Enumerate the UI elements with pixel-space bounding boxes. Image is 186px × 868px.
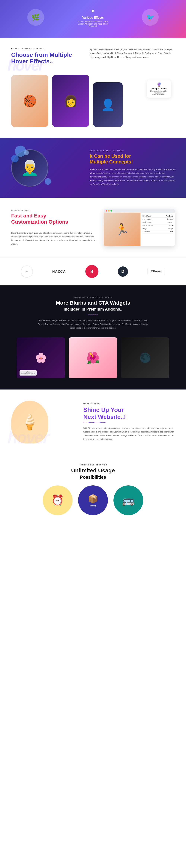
custom-description: Hover Elementor widget gives you allot o… [11,231,96,246]
hero-center-content: ✦ Various Effects A lot of Interactive E… [76,7,110,27]
multiple-effects-badge: 🔮 Multiple Effects Elementor Hover widge… [147,81,171,98]
customization-section: Make it a live.. Fast and Easy Customiza… [0,198,186,257]
icon-circle-alarm: ⏰ [43,486,73,515]
logo-double-arrow: « [21,266,33,278]
hero-subtitle: A lot of Interactive Effects to Grab Vis… [76,21,110,27]
hero-title: Various Effects [76,16,110,19]
bubble-4 [45,178,51,185]
icons-row: ⏰ 📦 Steady 🚌 [11,486,175,515]
woman-image: 👩 [52,75,89,127]
underline-wave-svg [83,422,106,423]
shine-left-content: 🍦 hover [11,401,72,443]
hero-star-icon: ✦ [76,7,110,14]
pink-flowers-image: 🌺 [69,337,117,378]
panel-item-5: Height 300px [143,227,173,230]
custom-right-editor: 🏃 Effect Type Flip Door Front Image Uplo… [104,209,175,246]
hover-intro-section: hover Hover Elementor Widget Choose from… [0,38,186,75]
editor-mockup: 🏃 Effect Type Flip Door Front Image Uplo… [104,209,175,246]
hover-heading: Choose from Multiple Hover Effects.. [11,52,82,65]
preview-image: 🏃 [104,213,141,246]
custom-left-content: Make it a live.. Fast and Easy Customiza… [11,209,96,246]
green-dot [110,210,112,212]
red-dot [106,210,107,212]
blurs-tag: Powerful Elementor Widgets [11,297,175,299]
leaf-icon: 🌿 [31,13,40,21]
icon-circle-steady: 📦 Steady [78,486,108,515]
shine-right-content: Make it Glow Shine Up Your Next Website.… [83,403,175,441]
hero-icon-right: 🐦 [142,9,159,26]
logo-circle-red: 8 [85,265,99,278]
hover-description: By using Hover Elementor Widget, you wil… [90,48,175,59]
concepts-tag: Advanced Widget Settings [90,150,175,152]
blur-card-flowers: 🌸 White Lilac/Pink Flowers [17,337,65,378]
unlimited-section: Nothing Can Stop You Unlimited Usage Pos… [0,455,186,523]
face-image: 👤 [93,82,123,127]
bird-icon: 🐦 [146,13,155,21]
hover-card-basketball: 🏀 [11,75,48,127]
logo-nazca: NAZCA [52,270,66,274]
panel-value-2: Upload [168,218,173,220]
badge-subtitle: Elementor Hover widget includes many int… [150,90,168,96]
panel-item-2: Front Image Upload [143,218,173,221]
concepts-section: 👨‍🦳 Advanced Widget Settings It Can be U… [0,138,186,198]
alarm-icon: ⏰ [51,494,64,506]
panel-value-1: Flip Door [166,215,173,217]
hover-left-content: Hover Elementor Widget Choose from Multi… [11,48,82,67]
panel-value-3: Custom [167,221,173,223]
panel-value-6: 0.5s [170,231,173,233]
hover-card-face: 👤 [93,82,123,127]
panel-value-4: 10px [169,224,173,226]
panel-label-3: Back Content [143,221,152,223]
basketball-image: 🏀 [11,75,48,127]
panel-label-4: Border Radius [143,224,153,226]
unlimited-heading-2: Possibilities [11,474,175,480]
concepts-left: 👨‍🦳 [11,149,82,187]
blur-label-title: White [22,371,35,373]
logos-section: « NAZCA 8 D Clément [0,257,186,285]
blur-cards-row: 🌸 White Lilac/Pink Flowers 🌺 🌑 [11,337,175,378]
badge-title: Multiple Effects [150,88,168,90]
blur-card-label: White Lilac/Pink Flowers [20,370,37,375]
panel-item-6: Animation 0.5s [143,230,173,234]
blurs-section: Powerful Elementor Widgets More Blurbs a… [0,285,186,389]
concepts-description: Hover is one of the most used Elementor … [90,168,175,186]
concepts-heading: It Can be Used for Multiple Concepts! [90,153,175,165]
custom-heading: Fast and Easy Customization Options [11,213,96,225]
logo-circle-dark: D [118,267,128,277]
panel-item-1: Effect Type Flip Door [143,215,173,218]
hover-card-woman: 👩 [52,75,89,127]
blurs-description: Besides Hover widget, Premium Addons inc… [37,319,149,330]
yellow-dot [108,210,110,212]
blurs-heading-1: More Blurbs and CTA Widgets [11,300,175,306]
panel-label-5: Height [143,228,147,229]
zigzag-line [11,314,175,315]
blur-card-dark: 🌑 [121,337,169,378]
shine-description: With Elementor Hover widget you can crea… [83,427,175,441]
panel-value-5: 300px [168,228,173,229]
shine-heading: Shine Up Your Next Website..! [83,406,175,421]
steady-label: Steady [90,504,96,507]
badge-icon: 🔮 [150,82,168,87]
unlimited-tag: Nothing Can Stop You [11,464,175,466]
steady-icon: 📦 [88,494,98,504]
editor-top-bar [104,209,175,213]
panel-label-2: Front Image [143,218,152,220]
dark-image: 🌑 [121,337,169,378]
hero-section: 🌿 ✦ Various Effects A lot of Interactive… [0,0,186,38]
icon-circle-bus: 🚌 [113,486,143,515]
shine-tag: Make it Glow [83,403,175,405]
custom-tag: Make it a live.. [11,209,96,211]
editor-preview: 🏃 [104,213,141,246]
blurs-heading-2: Included in Premium Addons.. [11,307,175,312]
panel-label-1: Effect Type [143,215,151,217]
panel-item-4: Border Radius 10px [143,224,173,227]
hover-right-content: By using Hover Elementor Widget, you wil… [90,48,175,61]
bus-icon: 🚌 [122,494,135,506]
unlimited-heading-1: Unlimited Usage [11,467,175,474]
panel-label-6: Animation [143,231,150,233]
blur-card-pink: 🌺 [69,337,117,378]
logo-clement: Clément [147,268,165,275]
panel-item-3: Back Content Custom [143,221,173,224]
concepts-right-content: Advanced Widget Settings It Can be Used … [90,150,175,186]
shine-section: 🍦 hover Make it Glow Shine Up Your Next … [0,390,186,455]
